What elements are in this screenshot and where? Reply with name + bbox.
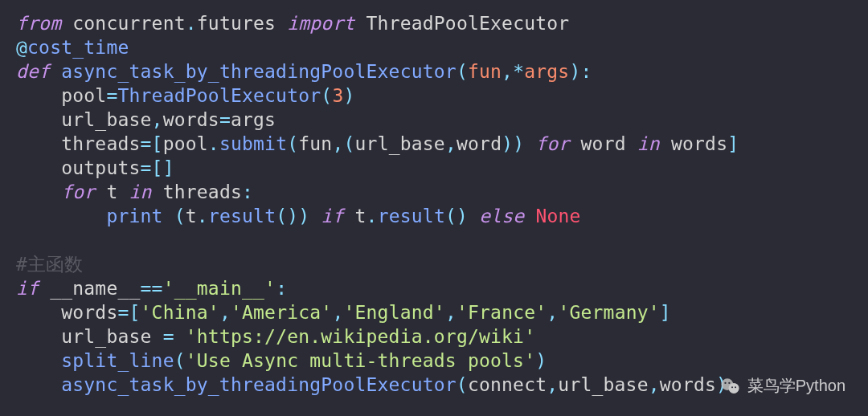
code-token: [16, 374, 61, 395]
code-token: =[: [117, 302, 140, 323]
code-token: .: [366, 206, 378, 226]
code-token: ,: [219, 302, 231, 323]
code-token: ==: [141, 278, 163, 299]
code-token: (: [287, 133, 298, 154]
code-token: 'https://en.wikipedia.org/wiki': [186, 326, 535, 347]
code-token: async_task_by_threadingPoolExecutor: [61, 61, 457, 82]
code-token: words: [660, 133, 727, 154]
code-token: (: [457, 61, 468, 82]
code-token: result: [378, 206, 445, 226]
code-token: .: [197, 206, 208, 226]
code-token: )): [502, 133, 535, 154]
code-token: threads: [16, 133, 141, 154]
code-token: word: [457, 133, 502, 154]
code-token: [524, 206, 535, 226]
code-token: 3: [332, 85, 343, 106]
code-token: 'Germany': [558, 302, 659, 323]
code-token: ThreadPoolExecutor: [117, 85, 321, 106]
code-token: ,: [547, 374, 558, 395]
code-token: if: [16, 278, 39, 299]
code-token: None: [535, 206, 580, 226]
code-token: @: [16, 37, 27, 58]
code-token: (: [174, 206, 186, 226]
code-token: :: [276, 278, 287, 299]
code-token: [39, 278, 50, 299]
code-token: '__main__': [163, 278, 276, 299]
code-token: print: [106, 206, 162, 226]
code-token: for: [535, 133, 569, 154]
code-token: t: [95, 181, 129, 202]
code-token: 'France': [457, 302, 547, 323]
code-token: [16, 206, 106, 226]
code-line: words=['China','America','England','Fran…: [16, 302, 671, 323]
code-token: import: [287, 13, 354, 34]
code-token: ThreadPoolExecutor: [354, 13, 569, 34]
code-token: =: [106, 85, 117, 106]
code-line: def async_task_by_threadingPoolExecutor(…: [16, 61, 592, 82]
code-token: ()): [276, 206, 321, 226]
code-token: .: [186, 13, 197, 34]
code-token: url_base: [16, 109, 152, 130]
code-token: split_line: [61, 350, 174, 371]
code-token: fun: [298, 133, 332, 154]
code-line: for t in threads:: [16, 181, 253, 202]
code-token: args: [524, 61, 569, 82]
code-token: url_base: [355, 133, 445, 154]
code-token: pool: [163, 133, 208, 154]
code-token: #主函数: [16, 254, 84, 275]
code-token: concurrent: [61, 13, 186, 34]
code-token: else: [479, 206, 524, 226]
code-token: [16, 181, 61, 202]
code-token: 'England': [343, 302, 444, 323]
code-token: .: [208, 133, 219, 154]
code-token: result: [208, 206, 276, 226]
code-token: url_base: [558, 374, 648, 395]
code-token: :: [242, 181, 253, 202]
code-token: fun: [468, 61, 502, 82]
code-token: ): [716, 374, 727, 395]
code-token: ,: [152, 109, 163, 130]
code-block: from concurrent.futures import ThreadPoo…: [0, 0, 868, 408]
code-token: __name__: [50, 278, 140, 299]
code-token: ,: [547, 302, 558, 323]
code-token: for: [61, 181, 95, 202]
code-token: in: [129, 181, 152, 202]
code-token: t: [186, 206, 197, 226]
code-token: =: [219, 109, 231, 130]
code-token: ]: [660, 302, 671, 323]
code-line: threads=[pool.submit(fun,(url_base,word)…: [16, 133, 739, 154]
code-token: (: [174, 350, 186, 371]
code-token: 'America': [231, 302, 332, 323]
code-token: def: [16, 61, 50, 82]
code-token: [50, 61, 61, 82]
code-token: ]: [727, 133, 739, 154]
code-token: 'Use Async multi-threads pools': [186, 350, 535, 371]
code-token: t: [344, 206, 366, 226]
code-token: async_task_by_threadingPoolExecutor: [61, 374, 457, 395]
code-line: if __name__=='__main__':: [16, 278, 287, 299]
code-line: pool=ThreadPoolExecutor(3): [16, 85, 355, 106]
code-line: split_line('Use Async multi-threads pool…: [16, 350, 547, 371]
code-line: @cost_time: [16, 37, 129, 58]
code-token: url_base: [16, 326, 163, 347]
code-token: outputs: [16, 157, 141, 178]
code-line: print (t.result()) if t.result() else No…: [16, 206, 581, 226]
code-token: ,: [332, 302, 343, 323]
code-token: args: [231, 109, 276, 130]
code-token: ,*: [502, 61, 524, 82]
code-token: ,: [445, 133, 457, 154]
code-token: ): [343, 85, 354, 106]
code-token: words: [660, 374, 716, 395]
code-token: pool: [16, 85, 106, 106]
code-token: [16, 350, 61, 371]
code-line: url_base = 'https://en.wikipedia.org/wik…: [16, 326, 535, 347]
code-line: url_base,words=args: [16, 109, 276, 130]
code-token: (): [445, 206, 479, 226]
code-token: (: [321, 85, 332, 106]
code-token: words: [163, 109, 219, 130]
code-line: outputs=[]: [16, 157, 174, 178]
code-token: ,: [445, 302, 457, 323]
code-token: submit: [219, 133, 287, 154]
code-token: from: [16, 13, 61, 34]
code-token: words: [16, 302, 117, 323]
